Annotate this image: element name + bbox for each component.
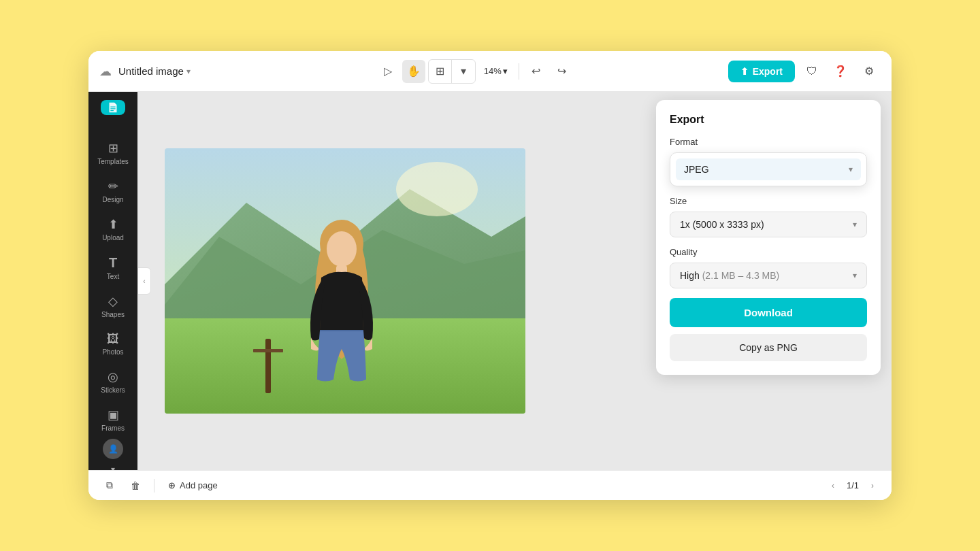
sidebar-item-upload[interactable]: ⬆ Upload [93, 212, 133, 247]
body: ⊞ Templates ✏ Design ⬆ Upload T Text ◇ S… [88, 92, 892, 470]
canvas-area[interactable]: ‹ [137, 92, 892, 470]
page-indicator: 1/1 [847, 480, 859, 490]
zoom-level-text: 14% [484, 66, 502, 76]
doc-title-button[interactable]: Untitled image ▾ [118, 65, 191, 77]
hand-tool-button[interactable]: ✋ [402, 60, 425, 83]
settings-icon-button[interactable]: ⚙ [858, 60, 881, 83]
quality-label: Quality [670, 247, 867, 257]
sidebar-label-photos: Photos [102, 348, 123, 356]
svg-point-7 [396, 162, 478, 216]
redo-button[interactable]: ↪ [551, 60, 574, 83]
sidebar-label-text: Text [107, 273, 119, 280]
export-panel: Export Format JPEG ▾ Size 1x (5000 [656, 100, 881, 375]
canvas-image [165, 148, 525, 414]
sidebar-bottom: 👤 ▾ [103, 439, 123, 470]
export-upload-icon: ⬆ [740, 66, 749, 77]
zoom-control-button[interactable]: 14% ▾ [478, 63, 513, 79]
download-button[interactable]: Download [670, 298, 867, 327]
upload-icon: ⬆ [108, 217, 118, 232]
design-icon: ✏ [108, 179, 118, 194]
quality-chevron-icon: ▾ [853, 271, 857, 280]
prev-page-button[interactable]: ‹ [825, 478, 841, 494]
svg-point-12 [327, 231, 357, 267]
format-value: JPEG [684, 164, 709, 175]
quality-value: High (2.1 MB – 4.3 MB) [680, 270, 779, 281]
size-value: 1x (5000 x 3333 px) [680, 219, 764, 230]
layout-tool-group: ⊞ ▾ [428, 59, 476, 84]
select-tool-button[interactable]: ▷ [376, 60, 399, 83]
sidebar-item-shapes[interactable]: ◇ Shapes [93, 288, 133, 324]
header-right: ⬆ Export 🛡 ❓ ⚙ [728, 60, 881, 83]
sidebar-item-templates[interactable]: ⊞ Templates [93, 135, 133, 171]
layout-tool-button[interactable]: ⊞ [429, 60, 452, 83]
user-avatar[interactable]: 👤 [103, 439, 123, 459]
sidebar-item-design[interactable]: ✏ Design [93, 173, 133, 209]
header-left: ☁ Untitled image ▾ [99, 64, 222, 79]
frames-icon: ▣ [108, 407, 119, 422]
format-section: Format JPEG ▾ [670, 137, 867, 186]
size-section: Size 1x (5000 x 3333 px) ▾ [670, 196, 867, 237]
quality-section: Quality High (2.1 MB – 4.3 MB) ▾ [670, 247, 867, 288]
shapes-icon: ◇ [108, 294, 118, 309]
footer-divider [154, 479, 154, 492]
size-select[interactable]: 1x (5000 x 3333 px) ▾ [670, 212, 867, 237]
sidebar-item-text[interactable]: T Text [93, 250, 133, 286]
app-logo[interactable] [101, 100, 125, 115]
layout-chevron-button[interactable]: ▾ [452, 60, 475, 83]
header-toolbar: ▷ ✋ ⊞ ▾ 14% ▾ ↩ ↪ [227, 59, 723, 84]
sidebar-label-upload: Upload [102, 234, 124, 241]
format-label: Format [670, 137, 867, 147]
help-icon-button[interactable]: ❓ [829, 60, 852, 83]
undo-button[interactable]: ↩ [525, 60, 548, 83]
add-page-icon: ⊕ [168, 480, 176, 490]
format-popup[interactable]: JPEG ▾ [670, 152, 867, 186]
export-button[interactable]: ⬆ Export [728, 61, 795, 82]
page-duplicate-button[interactable]: ⧉ [99, 475, 120, 496]
sidebar-label-shapes: Shapes [101, 311, 125, 318]
doc-title-text: Untitled image [118, 65, 184, 77]
quality-select[interactable]: High (2.1 MB – 4.3 MB) ▾ [670, 263, 867, 288]
sidebar-collapse-button[interactable]: ‹ [137, 267, 151, 295]
footer: ⧉ 🗑 ⊕ Add page ‹ 1/1 › [88, 470, 892, 500]
sidebar-more-button[interactable]: ▾ [108, 462, 118, 470]
image-svg [165, 148, 525, 414]
add-page-label: Add page [180, 480, 218, 490]
header-divider [519, 63, 519, 80]
sidebar-item-photos[interactable]: 🖼 Photos [93, 327, 133, 361]
copy-png-button[interactable]: Copy as PNG [670, 334, 867, 361]
more-icon: ▾ [111, 465, 115, 470]
shield-icon-button[interactable]: 🛡 [800, 60, 823, 83]
header: ☁ Untitled image ▾ ▷ ✋ ⊞ ▾ 14% ▾ ↩ ↪ ⬆ [88, 51, 892, 92]
sidebar-label-frames: Frames [101, 424, 125, 432]
format-chevron-icon: ▾ [849, 165, 853, 174]
svg-rect-9 [253, 349, 283, 352]
export-button-label: Export [753, 66, 783, 77]
sidebar-label-stickers: Stickers [101, 386, 125, 394]
page-delete-button[interactable]: 🗑 [125, 475, 146, 496]
chevron-down-icon: ▾ [186, 67, 191, 76]
zoom-chevron-icon: ▾ [503, 66, 508, 76]
svg-rect-8 [265, 339, 271, 393]
size-label: Size [670, 196, 867, 206]
sidebar-label-design: Design [102, 196, 123, 203]
next-page-button[interactable]: › [864, 478, 881, 494]
photos-icon: 🖼 [107, 332, 119, 346]
sidebar-label-templates: Templates [97, 158, 129, 165]
sidebar-item-frames[interactable]: ▣ Frames [93, 402, 133, 437]
templates-icon: ⊞ [108, 141, 118, 156]
format-popup-inner: JPEG ▾ [676, 158, 861, 180]
add-page-button[interactable]: ⊕ Add page [163, 478, 223, 493]
sidebar: ⊞ Templates ✏ Design ⬆ Upload T Text ◇ S… [88, 92, 137, 470]
export-panel-title: Export [670, 114, 867, 126]
stickers-icon: ◎ [108, 369, 118, 384]
footer-right: ‹ 1/1 › [825, 478, 881, 494]
cloud-icon: ☁ [99, 64, 112, 79]
sidebar-item-stickers[interactable]: ◎ Stickers [93, 364, 133, 399]
text-icon: T [109, 255, 117, 271]
logo-icon [105, 100, 120, 115]
size-chevron-icon: ▾ [853, 220, 857, 229]
